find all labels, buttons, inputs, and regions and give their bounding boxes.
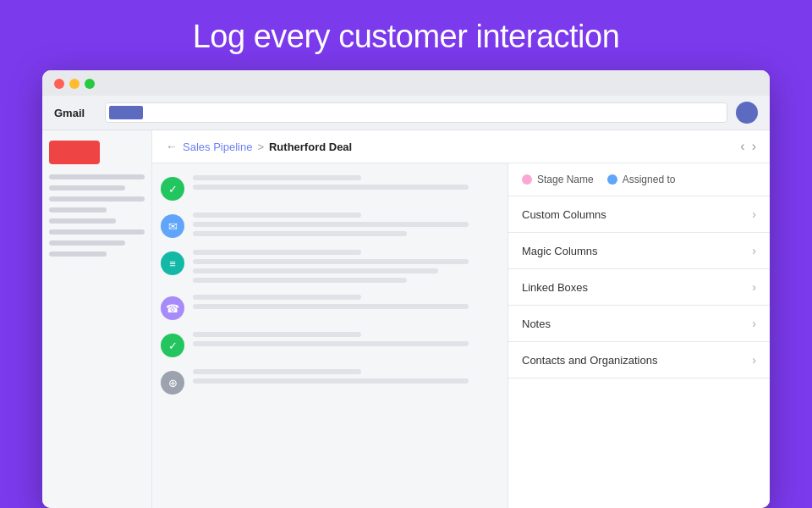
right-panel: Stage Name Assigned to Custom Columns ›: [508, 163, 770, 508]
traffic-light-minimize[interactable]: [69, 79, 80, 89]
activity-lines: [193, 175, 499, 190]
nav-next-button[interactable]: ›: [752, 139, 756, 154]
activity-item: ✉: [161, 213, 499, 238]
rp-legend-header: Stage Name Assigned to: [508, 163, 770, 196]
browser-titlebar: [42, 70, 770, 96]
url-highlight: [109, 106, 143, 119]
sidebar-line: [49, 207, 107, 213]
activity-sub-line: [193, 304, 469, 309]
activities-panel: ✓ ✉: [152, 163, 508, 508]
activity-title-line: [193, 213, 361, 218]
chevron-right-icon: ›: [752, 244, 756, 257]
activity-sub-line: [193, 268, 438, 273]
legend-assigned-label: Assigned to: [623, 174, 676, 185]
activity-icon-check2: ✓: [161, 334, 184, 357]
activity-icon-link: ⊕: [161, 371, 184, 395]
browser-window: Gmail ←: [42, 70, 770, 508]
left-sidebar: [42, 130, 152, 508]
hero-title: Log every customer interaction: [193, 0, 620, 70]
main-area: ← Sales Pipeline > Rutherford Deal ‹ › ✓: [152, 130, 770, 508]
gmail-label: Gmail: [54, 107, 96, 119]
breadcrumb-bar: ← Sales Pipeline > Rutherford Deal ‹ ›: [152, 130, 770, 163]
breadcrumb-deal: Rutherford Deal: [269, 141, 352, 153]
rp-section-label: Contacts and Organizations: [522, 354, 657, 367]
browser-toolbar: Gmail: [42, 96, 770, 130]
activity-item: ☎: [161, 295, 499, 320]
activity-title-line: [193, 332, 361, 337]
rp-section-custom-columns[interactable]: Custom Columns ›: [508, 196, 770, 233]
chevron-right-icon: ›: [752, 280, 756, 294]
nav-prev-button[interactable]: ‹: [740, 139, 744, 154]
rp-section-notes[interactable]: Notes ›: [508, 306, 770, 342]
activity-title-line: [193, 250, 361, 255]
chevron-right-icon: ›: [752, 353, 756, 367]
activity-lines: [193, 295, 499, 309]
sidebar-line: [49, 174, 145, 179]
traffic-light-maximize[interactable]: [85, 79, 95, 89]
activity-lines: [193, 369, 499, 384]
activity-sub-line: [193, 222, 469, 227]
activity-item: ≡: [161, 250, 499, 283]
activity-title-line: [193, 295, 361, 300]
address-bar[interactable]: [105, 102, 727, 123]
sidebar-brand-block: [49, 141, 100, 164]
sidebar-line: [49, 251, 107, 257]
rp-section-linked-boxes[interactable]: Linked Boxes ›: [508, 269, 770, 306]
legend-stage-name: Stage Name: [522, 174, 594, 185]
chevron-right-icon: ›: [752, 317, 756, 330]
activity-sub-line: [193, 278, 407, 283]
main-content: ✓ ✉: [152, 163, 770, 508]
breadcrumb: ← Sales Pipeline > Rutherford Deal: [166, 140, 352, 153]
activity-item: ✓: [161, 332, 499, 357]
activity-icon-call: ☎: [161, 296, 184, 320]
activity-icon-email: ✉: [161, 214, 184, 238]
activity-title-line: [193, 175, 361, 180]
activity-item: ⊕: [161, 369, 499, 395]
legend-dot-pink: [522, 174, 532, 185]
sidebar-line: [49, 229, 145, 235]
sidebar-line: [49, 196, 145, 202]
legend-assigned-to: Assigned to: [607, 174, 676, 185]
rp-section-label: Custom Columns: [522, 208, 606, 221]
rp-section-magic-columns[interactable]: Magic Columns ›: [508, 233, 770, 269]
activity-item: ✓: [161, 175, 499, 201]
activity-lines: [193, 213, 499, 236]
activity-sub-line: [193, 185, 469, 190]
breadcrumb-pipeline-link[interactable]: Sales Pipeline: [183, 141, 252, 153]
legend-dot-blue: [607, 174, 617, 185]
rp-section-label: Notes: [522, 318, 551, 330]
activity-title-line: [193, 369, 361, 374]
sidebar-line: [49, 185, 125, 190]
legend-stage-label: Stage Name: [537, 174, 594, 185]
activity-lines: [193, 250, 499, 283]
activity-sub-line: [193, 378, 469, 384]
breadcrumb-separator: >: [257, 141, 264, 153]
sidebar-line: [49, 218, 116, 224]
rp-section-contacts-orgs[interactable]: Contacts and Organizations ›: [508, 342, 770, 378]
activity-sub-line: [193, 259, 469, 264]
activity-icon-check: ✓: [161, 177, 184, 201]
back-arrow[interactable]: ←: [166, 140, 178, 153]
sidebar-line: [49, 240, 125, 246]
browser-content: ← Sales Pipeline > Rutherford Deal ‹ › ✓: [42, 130, 770, 508]
chevron-right-icon: ›: [752, 207, 756, 221]
activity-icon-note: ≡: [161, 251, 184, 275]
rp-section-label: Magic Columns: [522, 245, 598, 257]
breadcrumb-nav: ‹ ›: [740, 139, 756, 154]
rp-section-label: Linked Boxes: [522, 281, 588, 294]
sidebar-nav-lines: [49, 174, 145, 257]
profile-avatar[interactable]: [736, 102, 758, 124]
activity-sub-line: [193, 341, 469, 346]
activity-sub-line: [193, 231, 407, 236]
activity-lines: [193, 332, 499, 346]
traffic-light-close[interactable]: [54, 79, 64, 89]
